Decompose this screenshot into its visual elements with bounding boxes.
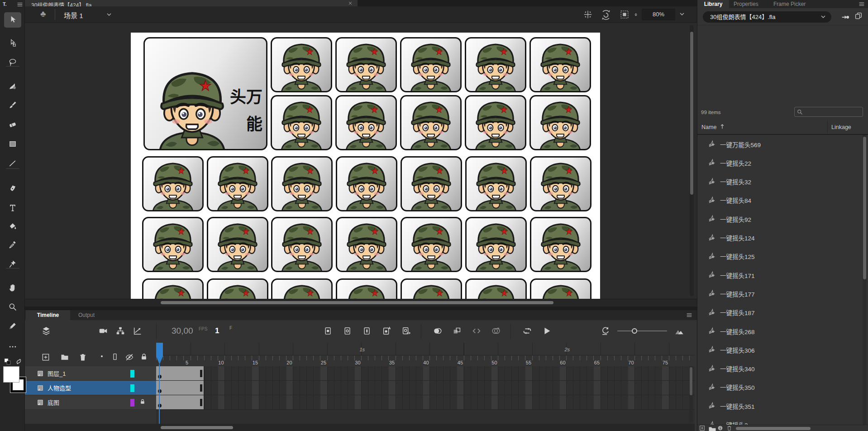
expression-cell[interactable] (465, 217, 527, 272)
center-frame-icon[interactable] (583, 10, 593, 19)
hierarchy-icon[interactable] (115, 326, 125, 336)
zoom-chevron-icon[interactable] (678, 10, 686, 18)
scene-chevron-icon[interactable] (105, 11, 113, 18)
frame-span[interactable] (156, 395, 204, 409)
classic-brush-tool[interactable] (4, 97, 21, 113)
selection-tool[interactable] (4, 12, 21, 28)
play-icon[interactable] (542, 326, 552, 336)
library-item[interactable]: 一键摇头92 (697, 210, 863, 228)
library-vertical-scrollbar[interactable] (863, 135, 867, 425)
expression-cell[interactable] (530, 278, 591, 299)
search-input[interactable] (794, 107, 863, 117)
stage-horizontal-scrollbar[interactable] (25, 299, 697, 306)
layer-frames-row[interactable] (156, 381, 695, 395)
rotation-tool-icon[interactable] (601, 10, 611, 20)
library-item[interactable]: 一键摇头351 (697, 397, 863, 415)
master-head-cell[interactable]: 万能头 (143, 37, 267, 150)
rectangle-tool[interactable] (4, 136, 21, 152)
slider-knob[interactable] (632, 328, 637, 334)
document-tab[interactable]: 30组俊朗表情【424】.fla (25, 0, 358, 6)
new-symbol-icon[interactable] (699, 425, 705, 431)
tab-library[interactable]: Library (697, 0, 729, 8)
pen-tool[interactable] (4, 181, 21, 196)
swap-colors-icon[interactable] (15, 358, 23, 365)
frames-area[interactable] (156, 366, 695, 410)
loop-playback-icon[interactable] (522, 326, 532, 336)
library-horizontal-scrollbar[interactable] (736, 427, 811, 430)
new-folder-icon[interactable] (708, 425, 717, 431)
scrollbar-thumb[interactable] (161, 301, 553, 304)
tab-timeline[interactable]: Timeline (26, 310, 70, 320)
layer-name[interactable]: 人物造型 (48, 383, 71, 392)
scrollbar-thumb[interactable] (863, 137, 866, 279)
layer-row[interactable]: 底图 (25, 395, 156, 410)
library-item[interactable]: 一键万能头569 (697, 135, 863, 153)
insert-blank-keyframe-icon[interactable] (343, 326, 352, 336)
expression-cell[interactable] (400, 37, 462, 92)
auto-keyframe-icon[interactable] (382, 326, 392, 336)
expression-cell[interactable] (207, 278, 268, 299)
eyedropper-tool[interactable] (4, 237, 21, 253)
onion-outlines-icon[interactable] (491, 326, 501, 336)
clip-content-icon[interactable] (620, 10, 630, 19)
layer-frames-row[interactable] (156, 366, 695, 381)
library-item[interactable]: 一键摇头124 (697, 229, 863, 247)
timeline-zoom-slider[interactable] (617, 330, 667, 331)
insert-frame-icon[interactable] (362, 326, 372, 336)
library-item[interactable]: 一键摇头177 (697, 284, 863, 303)
expression-cell[interactable] (207, 217, 268, 272)
layer-color-swatch[interactable] (130, 399, 134, 407)
expression-cell[interactable] (336, 156, 397, 211)
tab-output[interactable]: Output (70, 310, 103, 320)
scrollbar-thumb[interactable] (690, 32, 693, 195)
asset-warp-tool[interactable] (4, 256, 21, 272)
library-item[interactable]: 一键摇头187 (697, 303, 863, 322)
delete-icon[interactable] (726, 425, 732, 431)
expression-cell[interactable] (142, 217, 204, 272)
hand-tool[interactable] (4, 280, 21, 296)
lasso-tool[interactable] (4, 55, 21, 70)
frame-span[interactable] (156, 381, 204, 395)
toolbar-menu-icon[interactable] (16, 1, 24, 8)
scrollbar-thumb[interactable] (690, 367, 692, 395)
library-item[interactable]: 一键摇头125 (697, 247, 863, 266)
library-menu-icon[interactable] (858, 0, 865, 8)
fps-value[interactable]: 30,00 (172, 326, 193, 336)
layer-color-swatch[interactable] (130, 370, 134, 378)
library-item[interactable]: 一键摇头3 (697, 416, 863, 425)
expression-cell[interactable] (529, 95, 591, 150)
tab-frame-picker[interactable]: Frame Picker (773, 1, 806, 7)
graph-editor-icon[interactable] (133, 326, 143, 336)
zoom-tool[interactable] (4, 299, 21, 315)
more-tools[interactable] (4, 339, 21, 354)
expression-cell[interactable] (336, 278, 397, 299)
expression-cell[interactable] (336, 217, 397, 272)
layer-name[interactable]: 图层_1 (48, 369, 66, 378)
expression-cell[interactable] (271, 95, 332, 150)
pin-library-icon[interactable] (841, 13, 850, 22)
properties-info-icon[interactable] (717, 425, 723, 431)
column-name[interactable]: Name (701, 124, 716, 130)
library-file-select[interactable]: 30组俊朗表情【424】.fla (703, 11, 831, 23)
expression-cell[interactable] (271, 278, 333, 299)
default-colors-icon[interactable] (4, 358, 11, 365)
stage-zoom-value[interactable]: 80% (642, 9, 675, 20)
expression-cell[interactable] (465, 37, 526, 92)
timeline-ruler[interactable]: 1s2s51015202530354045505560657075 (156, 343, 695, 366)
library-item[interactable]: 一键摇头32 (697, 172, 863, 191)
edit-multiple-frames-icon[interactable] (452, 326, 462, 336)
camera-icon[interactable] (98, 326, 108, 336)
layer-row[interactable]: 图层_1 (25, 366, 156, 381)
fluid-brush-tool[interactable] (4, 78, 21, 94)
expression-cell[interactable] (142, 156, 204, 211)
zoom-stepper[interactable] (634, 9, 640, 21)
library-item[interactable]: 一键摇头84 (697, 191, 863, 210)
layer-frames-row[interactable] (156, 395, 695, 410)
library-item[interactable]: 一键摇头22 (697, 153, 863, 172)
expression-cell[interactable] (142, 278, 204, 299)
expression-cell[interactable] (401, 156, 462, 211)
expression-cell[interactable] (335, 95, 397, 150)
expression-cell[interactable] (271, 37, 332, 92)
pencil-tool[interactable] (4, 318, 21, 334)
new-library-panel-icon[interactable] (854, 12, 863, 20)
